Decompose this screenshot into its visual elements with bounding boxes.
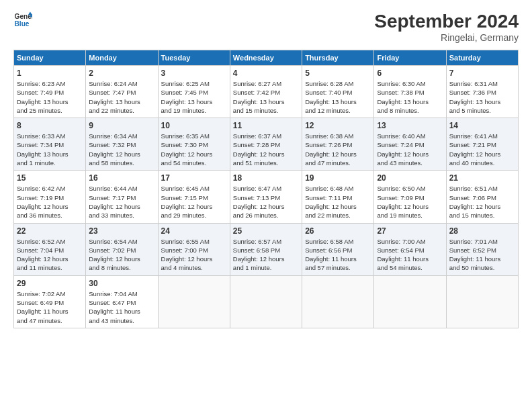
day-number: 26 <box>305 226 371 236</box>
day-info: Sunrise: 6:54 AMSunset: 7:02 PMDaylight:… <box>89 237 154 273</box>
logo: General Blue <box>13 11 32 30</box>
day-info: Sunrise: 7:02 AMSunset: 6:49 PMDaylight:… <box>17 289 83 325</box>
day-number: 16 <box>89 173 154 183</box>
day-info: Sunrise: 6:57 AMSunset: 6:58 PMDaylight:… <box>233 237 299 273</box>
day-info: Sunrise: 6:45 AMSunset: 7:15 PMDaylight:… <box>161 184 227 220</box>
day-number: 4 <box>233 68 299 78</box>
month-title: September 2024 <box>374 11 519 32</box>
day-info: Sunrise: 6:24 AMSunset: 7:47 PMDaylight:… <box>89 79 154 115</box>
table-row: 13Sunrise: 6:40 AMSunset: 7:24 PMDayligh… <box>374 118 446 171</box>
day-number: 8 <box>17 121 83 130</box>
table-row <box>230 275 302 328</box>
logo-icon: General Blue <box>13 11 32 30</box>
table-row: 14Sunrise: 6:41 AMSunset: 7:21 PMDayligh… <box>446 118 518 171</box>
table-row: 10Sunrise: 6:35 AMSunset: 7:30 PMDayligh… <box>158 118 230 171</box>
table-row: 8Sunrise: 6:33 AMSunset: 7:34 PMDaylight… <box>14 118 86 171</box>
table-row <box>374 275 446 328</box>
table-row: 5Sunrise: 6:28 AMSunset: 7:40 PMDaylight… <box>302 66 374 118</box>
table-row: 11Sunrise: 6:37 AMSunset: 7:28 PMDayligh… <box>230 118 302 171</box>
table-row: 26Sunrise: 6:58 AMSunset: 6:56 PMDayligh… <box>302 223 374 275</box>
day-number: 14 <box>449 121 515 130</box>
table-row <box>158 275 230 328</box>
day-number: 11 <box>233 121 299 130</box>
col-tuesday: Tuesday <box>158 50 230 66</box>
svg-text:Blue: Blue <box>15 20 30 28</box>
day-info: Sunrise: 6:55 AMSunset: 7:00 PMDaylight:… <box>161 237 227 273</box>
table-row: 2Sunrise: 6:24 AMSunset: 7:47 PMDaylight… <box>86 66 158 118</box>
table-row: 9Sunrise: 6:34 AMSunset: 7:32 PMDaylight… <box>86 118 158 171</box>
day-number: 20 <box>377 173 443 183</box>
day-number: 10 <box>161 121 227 130</box>
col-thursday: Thursday <box>302 50 374 66</box>
day-number: 9 <box>89 121 154 130</box>
table-row: 23Sunrise: 6:54 AMSunset: 7:02 PMDayligh… <box>86 223 158 275</box>
day-info: Sunrise: 6:25 AMSunset: 7:45 PMDaylight:… <box>161 79 227 115</box>
day-info: Sunrise: 6:30 AMSunset: 7:38 PMDaylight:… <box>377 79 443 115</box>
table-row: 4Sunrise: 6:27 AMSunset: 7:42 PMDaylight… <box>230 66 302 118</box>
table-row <box>446 275 518 328</box>
day-info: Sunrise: 6:31 AMSunset: 7:36 PMDaylight:… <box>449 79 515 115</box>
day-info: Sunrise: 6:28 AMSunset: 7:40 PMDaylight:… <box>305 79 371 115</box>
day-info: Sunrise: 6:34 AMSunset: 7:32 PMDaylight:… <box>89 132 154 167</box>
day-number: 22 <box>17 226 83 236</box>
day-number: 29 <box>17 279 83 288</box>
day-number: 13 <box>377 121 443 130</box>
day-info: Sunrise: 6:35 AMSunset: 7:30 PMDaylight:… <box>161 132 227 167</box>
day-number: 6 <box>377 68 443 78</box>
table-row: 20Sunrise: 6:50 AMSunset: 7:09 PMDayligh… <box>374 171 446 223</box>
day-info: Sunrise: 6:38 AMSunset: 7:26 PMDaylight:… <box>305 132 371 167</box>
day-info: Sunrise: 6:52 AMSunset: 7:04 PMDaylight:… <box>17 237 83 273</box>
table-row: 3Sunrise: 6:25 AMSunset: 7:45 PMDaylight… <box>158 66 230 118</box>
calendar-page: General Blue September 2024 Ringelai, Ge… <box>0 0 532 411</box>
col-saturday: Saturday <box>446 50 518 66</box>
day-info: Sunrise: 6:47 AMSunset: 7:13 PMDaylight:… <box>233 184 299 220</box>
header: General Blue September 2024 Ringelai, Ge… <box>13 11 519 43</box>
col-sunday: Sunday <box>14 50 86 66</box>
table-row: 1Sunrise: 6:23 AMSunset: 7:49 PMDaylight… <box>14 66 86 118</box>
day-number: 19 <box>305 173 371 183</box>
table-row: 28Sunrise: 7:01 AMSunset: 6:52 PMDayligh… <box>446 223 518 275</box>
day-number: 2 <box>89 68 154 78</box>
day-info: Sunrise: 6:50 AMSunset: 7:09 PMDaylight:… <box>377 184 443 220</box>
title-area: September 2024 Ringelai, Germany <box>374 11 519 43</box>
day-info: Sunrise: 6:48 AMSunset: 7:11 PMDaylight:… <box>305 184 371 220</box>
col-monday: Monday <box>86 50 158 66</box>
day-number: 7 <box>449 68 515 78</box>
day-number: 23 <box>89 226 154 236</box>
table-row: 18Sunrise: 6:47 AMSunset: 7:13 PMDayligh… <box>230 171 302 223</box>
col-friday: Friday <box>374 50 446 66</box>
day-number: 25 <box>233 226 299 236</box>
table-row: 7Sunrise: 6:31 AMSunset: 7:36 PMDaylight… <box>446 66 518 118</box>
day-info: Sunrise: 6:58 AMSunset: 6:56 PMDaylight:… <box>305 237 371 273</box>
day-number: 12 <box>305 121 371 130</box>
day-info: Sunrise: 6:27 AMSunset: 7:42 PMDaylight:… <box>233 79 299 115</box>
day-info: Sunrise: 6:42 AMSunset: 7:19 PMDaylight:… <box>17 184 83 220</box>
day-info: Sunrise: 7:00 AMSunset: 6:54 PMDaylight:… <box>377 237 443 273</box>
day-info: Sunrise: 6:37 AMSunset: 7:28 PMDaylight:… <box>233 132 299 167</box>
table-row: 30Sunrise: 7:04 AMSunset: 6:47 PMDayligh… <box>86 275 158 328</box>
day-info: Sunrise: 6:23 AMSunset: 7:49 PMDaylight:… <box>17 79 83 115</box>
day-info: Sunrise: 6:51 AMSunset: 7:06 PMDaylight:… <box>449 184 515 220</box>
day-number: 21 <box>449 173 515 183</box>
day-number: 30 <box>89 279 154 288</box>
location-subtitle: Ringelai, Germany <box>374 32 519 43</box>
table-row: 16Sunrise: 6:44 AMSunset: 7:17 PMDayligh… <box>86 171 158 223</box>
calendar-header-row: Sunday Monday Tuesday Wednesday Thursday… <box>14 50 519 66</box>
table-row: 12Sunrise: 6:38 AMSunset: 7:26 PMDayligh… <box>302 118 374 171</box>
day-number: 24 <box>161 226 227 236</box>
table-row: 25Sunrise: 6:57 AMSunset: 6:58 PMDayligh… <box>230 223 302 275</box>
table-row: 29Sunrise: 7:02 AMSunset: 6:49 PMDayligh… <box>14 275 86 328</box>
day-info: Sunrise: 6:40 AMSunset: 7:24 PMDaylight:… <box>377 132 443 167</box>
day-number: 17 <box>161 173 227 183</box>
calendar-table: Sunday Monday Tuesday Wednesday Thursday… <box>13 50 519 328</box>
col-wednesday: Wednesday <box>230 50 302 66</box>
table-row: 24Sunrise: 6:55 AMSunset: 7:00 PMDayligh… <box>158 223 230 275</box>
table-row: 21Sunrise: 6:51 AMSunset: 7:06 PMDayligh… <box>446 171 518 223</box>
table-row: 15Sunrise: 6:42 AMSunset: 7:19 PMDayligh… <box>14 171 86 223</box>
day-number: 15 <box>17 173 83 183</box>
day-number: 28 <box>449 226 515 236</box>
day-info: Sunrise: 7:01 AMSunset: 6:52 PMDaylight:… <box>449 237 515 273</box>
day-number: 5 <box>305 68 371 78</box>
day-number: 27 <box>377 226 443 236</box>
day-number: 1 <box>17 68 83 78</box>
